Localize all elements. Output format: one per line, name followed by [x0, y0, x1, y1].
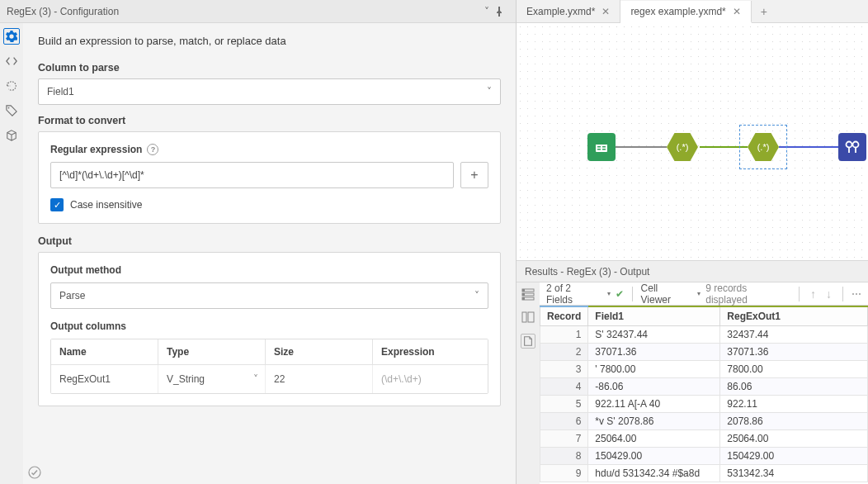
column-to-parse-select[interactable]: Field1 ˅: [38, 78, 501, 105]
regexout-cell[interactable]: 531342.34: [720, 465, 868, 482]
row-number: 8: [540, 448, 588, 465]
col-size-value[interactable]: 22: [266, 365, 373, 393]
regex-label: Regular expression: [50, 144, 142, 155]
output-column-row[interactable]: RegExOut1 V_String ˅ 22 (\d+\.\d+): [51, 365, 488, 393]
workflow-canvas[interactable]: (.*) (.*): [517, 23, 868, 261]
col-name-value[interactable]: RegExOut1: [51, 365, 158, 393]
table-row[interactable]: 9hdu/d 531342.34 #$a8d531342.34: [540, 465, 868, 482]
field1-cell[interactable]: *v S' 2078.86: [588, 413, 720, 430]
chevron-down-icon: ˅: [253, 373, 258, 385]
regexout-cell[interactable]: 37071.36: [720, 344, 868, 361]
field1-cell[interactable]: 25064.00: [588, 430, 720, 448]
tab-regex-example[interactable]: regex example.yxmd* ✕: [620, 1, 751, 23]
config-description: Build an expression to parse, match, or …: [38, 35, 501, 47]
refresh-icon[interactable]: [3, 78, 20, 94]
column-to-parse-value: Field1: [47, 86, 74, 97]
cube-icon[interactable]: [3, 127, 20, 144]
field1-cell[interactable]: hdu/d 531342.34 #$a8d: [588, 465, 720, 482]
svg-point-0: [8, 107, 10, 109]
dropdown-icon[interactable]: ▾: [695, 290, 701, 297]
field1-cell[interactable]: S' 32437.44: [588, 326, 720, 344]
regexout-cell[interactable]: 32437.44: [720, 326, 868, 344]
cell-viewer-label[interactable]: Cell Viewer: [641, 282, 691, 306]
tab-label: Example.yxmd*: [526, 6, 595, 17]
case-insensitive-checkbox[interactable]: ✓: [50, 198, 64, 211]
field1-cell[interactable]: 922.11 A[-A 40: [588, 396, 720, 413]
table-row[interactable]: 5922.11 A[-A 40922.11: [540, 396, 868, 413]
svg-rect-5: [597, 149, 601, 150]
dropdown-icon[interactable]: ▾: [605, 290, 611, 297]
check-icon: ✔: [616, 288, 624, 300]
output-columns-table: Name Type Size Expression RegExOut1 V_St…: [50, 339, 488, 394]
field1-header[interactable]: Field1: [588, 306, 720, 326]
record-header[interactable]: Record: [540, 306, 588, 326]
tag-icon[interactable]: [3, 102, 20, 119]
table-row[interactable]: 4-86.0686.06: [540, 378, 868, 396]
fields-count[interactable]: 2 of 2 Fields: [546, 282, 600, 306]
down-arrow-icon[interactable]: ↓: [823, 287, 834, 301]
regexout-header[interactable]: RegExOut1: [720, 306, 868, 326]
right-panel: Example.yxmd* ✕ regex example.yxmd* ✕ + …: [517, 0, 868, 484]
field1-cell[interactable]: -86.06: [588, 378, 720, 396]
output-card: Output method Parse ˅ Output columns Nam…: [38, 252, 501, 406]
output-method-label: Output method: [50, 264, 121, 276]
svg-rect-6: [602, 146, 606, 148]
regexout-cell[interactable]: 7800.00: [720, 361, 868, 378]
row-number: 3: [540, 361, 588, 378]
chevron-down-icon: ˅: [474, 290, 479, 301]
column-to-parse-label: Column to parse: [38, 62, 501, 74]
row-number: 6: [540, 413, 588, 430]
results-grid[interactable]: 2 of 2 Fields ▾ ✔ Cell Viewer ▾ 9 record…: [540, 282, 868, 484]
regex-input[interactable]: [^\d]*(\d+\.\d+)[^\d]*: [50, 162, 454, 188]
chevron-down-icon: ˅: [487, 86, 492, 97]
regexout-cell[interactable]: 86.06: [720, 378, 868, 396]
close-icon[interactable]: ✕: [733, 6, 741, 17]
regexout-cell[interactable]: 2078.86: [720, 413, 868, 430]
status-ok-icon: [28, 466, 41, 479]
table-row[interactable]: 8150429.00150429.00: [540, 448, 868, 465]
output-method-select[interactable]: Parse ˅: [50, 282, 488, 309]
regex-value: [^\d]*(\d+\.\d+)[^\d]*: [59, 169, 144, 181]
help-icon[interactable]: ?: [147, 144, 158, 155]
layout-view-icon[interactable]: [521, 311, 535, 324]
col-type-select[interactable]: V_String ˅: [158, 365, 266, 393]
wire: [616, 146, 667, 148]
row-number: 1: [540, 326, 588, 344]
table-row[interactable]: 6*v S' 2078.862078.86: [540, 413, 868, 430]
row-number: 5: [540, 396, 588, 413]
close-icon[interactable]: ✕: [601, 6, 610, 17]
metadata-view-icon[interactable]: [521, 287, 535, 301]
table-row[interactable]: 725064.0025064.00: [540, 430, 868, 448]
output-method-value: Parse: [59, 290, 85, 301]
svg-point-9: [853, 142, 859, 148]
more-icon[interactable]: ⋯: [851, 288, 861, 300]
regex-add-button[interactable]: +: [460, 162, 488, 188]
field1-cell[interactable]: 150429.00: [588, 448, 720, 465]
regex-tool-node[interactable]: (.*): [667, 133, 698, 161]
table-row[interactable]: 1S' 32437.4432437.44: [540, 326, 868, 344]
field1-cell[interactable]: ' 7800.00: [588, 361, 720, 378]
case-insensitive-label: Case insensitive: [70, 199, 142, 211]
gear-icon[interactable]: [3, 28, 20, 45]
field1-cell[interactable]: 37071.36: [588, 344, 720, 361]
up-arrow-icon[interactable]: ↑: [808, 287, 818, 301]
regexout-cell[interactable]: 922.11: [720, 396, 868, 413]
regexout-cell[interactable]: 150429.00: [720, 448, 868, 465]
svg-rect-3: [596, 142, 607, 145]
new-tab-button[interactable]: +: [752, 0, 776, 22]
configuration-panel: RegEx (3) - Configuration ˅: [0, 0, 517, 484]
pin-icon[interactable]: [494, 7, 509, 17]
input-tool-node[interactable]: [587, 133, 616, 161]
col-size-header: Size: [266, 339, 373, 365]
col-name-header: Name: [51, 339, 158, 365]
code-icon[interactable]: [3, 53, 20, 69]
data-view-icon[interactable]: [521, 334, 535, 349]
browse-tool-node[interactable]: [838, 133, 866, 161]
tab-example[interactable]: Example.yxmd* ✕: [517, 0, 620, 22]
results-header: Results - RegEx (3) - Output: [517, 261, 868, 282]
table-row[interactable]: 3' 7800.007800.00: [540, 361, 868, 378]
collapse-icon[interactable]: ˅: [479, 6, 494, 17]
row-number: 2: [540, 344, 588, 361]
regexout-cell[interactable]: 25064.00: [720, 430, 868, 448]
table-row[interactable]: 237071.3637071.36: [540, 344, 868, 361]
